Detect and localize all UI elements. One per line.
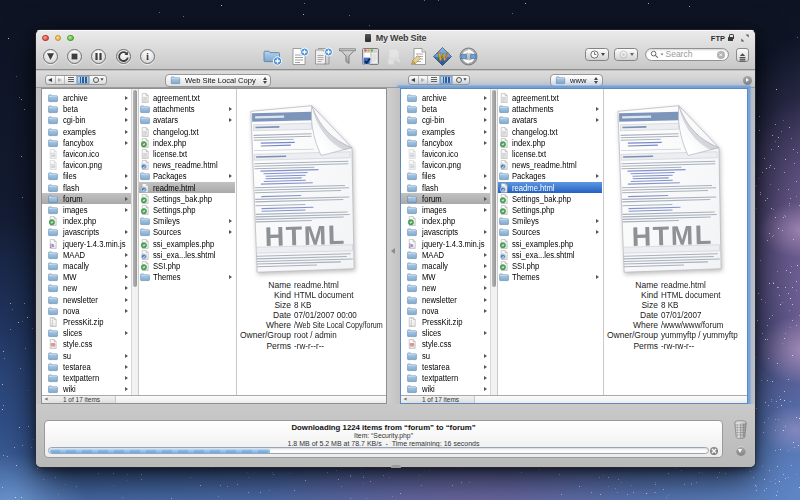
svg-text:i: i [146, 51, 149, 62]
svg-text:W: W [436, 49, 449, 64]
